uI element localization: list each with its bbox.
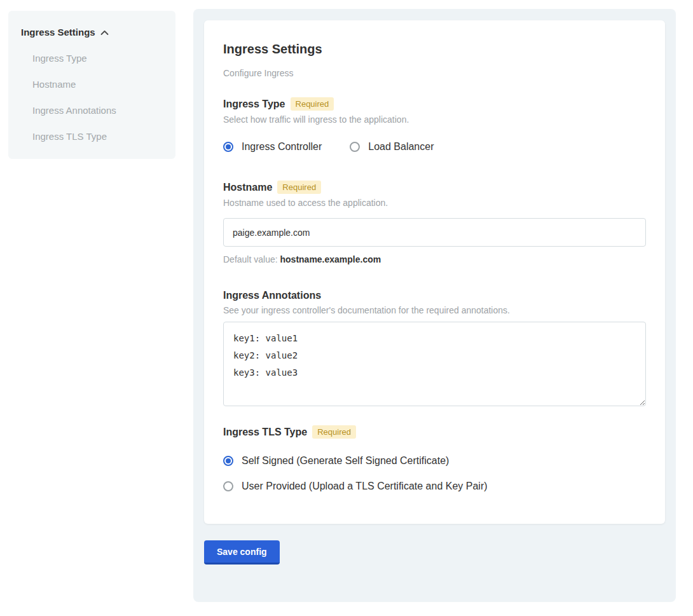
ingress-type-label: Ingress Type — [223, 99, 285, 109]
config-sidebar: Ingress Settings Ingress Type Hostname I… — [8, 11, 175, 159]
config-card: Ingress Settings Configure Ingress Ingre… — [204, 20, 665, 524]
ingress-type-help: Select how traffic will ingress to the a… — [223, 114, 646, 125]
sidebar-item-ingress-annotations[interactable]: Ingress Annotations — [21, 105, 163, 116]
page-subtitle: Configure Ingress — [223, 68, 646, 78]
hostname-default-value: hostname.example.com — [280, 254, 381, 264]
required-badge: Required — [312, 425, 356, 439]
hostname-label: Hostname — [223, 182, 272, 193]
sidebar-group-ingress-settings[interactable]: Ingress Settings — [21, 27, 163, 38]
hostname-default-line: Default value: hostname.example.com — [223, 254, 646, 264]
sidebar-item-hostname[interactable]: Hostname — [21, 79, 163, 90]
section-ingress-tls-type: Ingress TLS TypeRequired Self Signed (Ge… — [223, 425, 646, 492]
ingress-annotations-textarea[interactable]: key1: value1 key2: value2 key3: value3 — [223, 322, 646, 406]
radio-self-signed-icon[interactable] — [223, 456, 233, 466]
radio-option-load-balancer[interactable]: Load Balancer — [350, 141, 434, 153]
sidebar-item-ingress-tls-type[interactable]: Ingress TLS Type — [21, 131, 163, 142]
radio-option-user-provided[interactable]: User Provided (Upload a TLS Certificate … — [223, 481, 646, 492]
ingress-annotations-help: See your ingress controller's documentat… — [223, 305, 646, 315]
ingress-annotations-label: Ingress Annotations — [223, 290, 321, 301]
radio-ingress-controller-label: Ingress Controller — [242, 141, 322, 153]
radio-ingress-controller-icon[interactable] — [223, 142, 233, 152]
radio-option-self-signed[interactable]: Self Signed (Generate Self Signed Certif… — [223, 455, 646, 467]
ingress-type-radio-group: Ingress Controller Load Balancer — [223, 141, 646, 153]
radio-option-ingress-controller[interactable]: Ingress Controller — [223, 141, 322, 153]
section-ingress-annotations: Ingress Annotations See your ingress con… — [223, 290, 646, 409]
radio-load-balancer-icon[interactable] — [350, 142, 360, 152]
radio-user-provided-icon[interactable] — [223, 481, 233, 491]
chevron-up-icon — [100, 27, 109, 38]
hostname-input[interactable] — [223, 218, 646, 247]
ingress-tls-type-label: Ingress TLS Type — [223, 427, 307, 437]
sidebar-group-label: Ingress Settings — [21, 27, 95, 38]
radio-self-signed-label: Self Signed (Generate Self Signed Certif… — [242, 455, 449, 467]
section-ingress-type: Ingress TypeRequired Select how traffic … — [223, 97, 646, 153]
radio-user-provided-label: User Provided (Upload a TLS Certificate … — [242, 481, 488, 492]
hostname-default-label: Default value: — [223, 254, 278, 264]
sidebar-item-ingress-type[interactable]: Ingress Type — [21, 53, 163, 64]
ingress-tls-radio-group: Self Signed (Generate Self Signed Certif… — [223, 455, 646, 492]
config-panel: Ingress Settings Configure Ingress Ingre… — [193, 9, 676, 602]
hostname-help: Hostname used to access the application. — [223, 198, 646, 208]
required-badge: Required — [277, 181, 321, 194]
page-title: Ingress Settings — [223, 42, 646, 57]
save-config-button[interactable]: Save config — [204, 540, 280, 565]
required-badge: Required — [291, 97, 334, 111]
radio-load-balancer-label: Load Balancer — [368, 141, 434, 153]
section-hostname: HostnameRequired Hostname used to access… — [223, 181, 646, 264]
